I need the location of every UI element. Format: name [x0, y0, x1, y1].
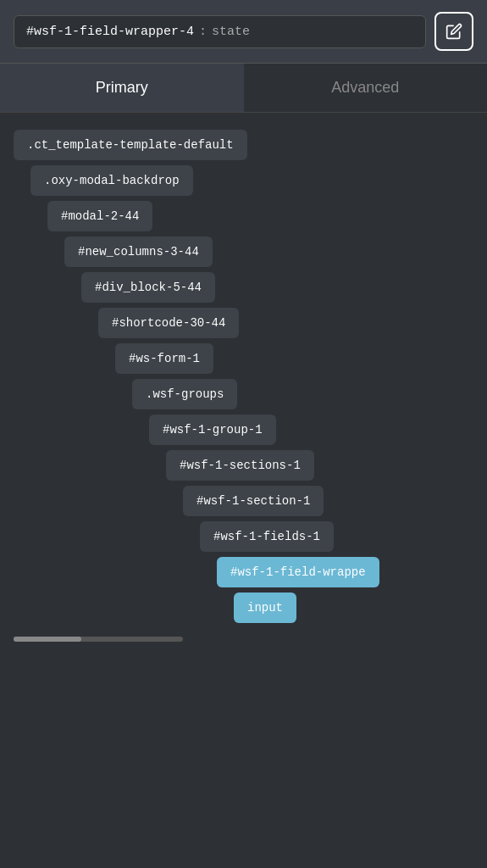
- edit-icon: [445, 23, 462, 40]
- breadcrumb-container: .ct_template-template-default .oxy-modal…: [0, 113, 487, 632]
- selector-display: #wsf-1-field-wrapper-4 : state: [14, 15, 426, 48]
- breadcrumb-item[interactable]: #div_block-5-44: [14, 272, 473, 303]
- breadcrumb-item[interactable]: .oxy-modal-backdrop: [14, 165, 473, 196]
- breadcrumb-pill input-pill[interactable]: input: [234, 593, 296, 623]
- colon-separator: :: [199, 25, 207, 39]
- breadcrumb-item[interactable]: #ws-form-1: [14, 343, 473, 374]
- edit-button[interactable]: [434, 12, 473, 51]
- breadcrumb-pill[interactable]: .ct_template-template-default: [14, 130, 247, 160]
- breadcrumb-item[interactable]: #new_columns-3-44: [14, 236, 473, 267]
- breadcrumb-pill highlighted-pill[interactable]: #wsf-1-field-wrappe: [217, 557, 379, 587]
- tab-primary[interactable]: Primary: [0, 64, 244, 112]
- state-text: state: [212, 25, 250, 39]
- breadcrumb-pill[interactable]: #ws-form-1: [115, 343, 213, 374]
- breadcrumb-item[interactable]: input: [14, 593, 473, 623]
- top-bar: #wsf-1-field-wrapper-4 : state: [0, 0, 487, 64]
- breadcrumb-item[interactable]: #wsf-1-group-1: [14, 415, 473, 445]
- scrollbar-container: [0, 632, 487, 647]
- scrollbar-track[interactable]: [14, 637, 183, 642]
- breadcrumb-item[interactable]: #modal-2-44: [14, 201, 473, 231]
- breadcrumb-pill[interactable]: #modal-2-44: [47, 201, 152, 231]
- breadcrumb-pill[interactable]: #new_columns-3-44: [64, 236, 213, 267]
- breadcrumb-pill[interactable]: #shortcode-30-44: [98, 308, 239, 338]
- breadcrumb-item[interactable]: .wsf-groups: [14, 379, 473, 409]
- breadcrumb-pill[interactable]: #div_block-5-44: [81, 272, 215, 303]
- tabs-container: Primary Advanced: [0, 64, 487, 113]
- breadcrumb-item[interactable]: #wsf-1-field-wrappe: [14, 557, 473, 587]
- scrollbar-thumb[interactable]: [14, 637, 81, 642]
- breadcrumb-item[interactable]: #wsf-1-section-1: [14, 486, 473, 516]
- selector-text: #wsf-1-field-wrapper-4: [26, 25, 194, 39]
- breadcrumb-pill[interactable]: #wsf-1-sections-1: [166, 450, 314, 481]
- breadcrumb-pill[interactable]: #wsf-1-group-1: [149, 415, 276, 445]
- breadcrumb-item[interactable]: #shortcode-30-44: [14, 308, 473, 338]
- breadcrumb-pill[interactable]: .oxy-modal-backdrop: [30, 165, 193, 196]
- breadcrumb-pill[interactable]: #wsf-1-fields-1: [200, 521, 334, 552]
- breadcrumb-item[interactable]: #wsf-1-fields-1: [14, 521, 473, 552]
- breadcrumb-item[interactable]: .ct_template-template-default: [14, 130, 473, 160]
- breadcrumb-pill[interactable]: #wsf-1-section-1: [183, 486, 324, 516]
- breadcrumb-pill[interactable]: .wsf-groups: [132, 379, 237, 409]
- breadcrumb-item[interactable]: #wsf-1-sections-1: [14, 450, 473, 481]
- tab-advanced[interactable]: Advanced: [244, 64, 488, 112]
